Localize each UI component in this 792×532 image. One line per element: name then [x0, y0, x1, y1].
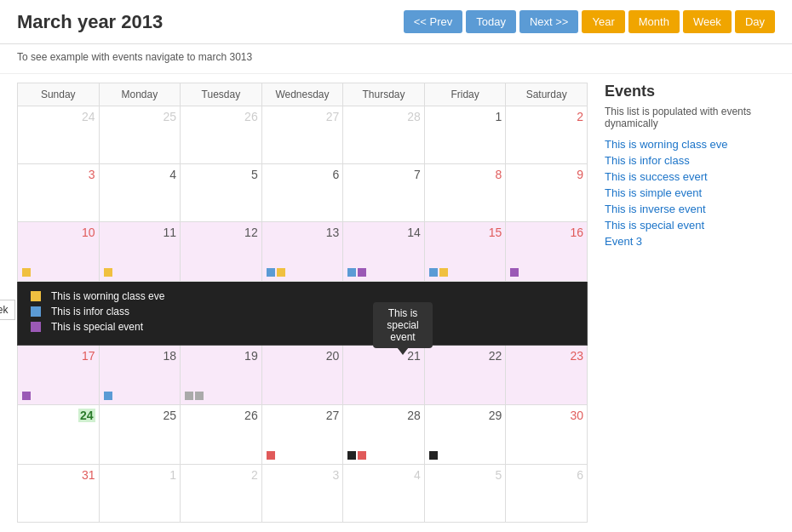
day-number: 17	[21, 349, 95, 363]
expanded-event-item: This is worning class eve	[31, 290, 574, 302]
sidebar-description: This list is populated with events dynam…	[605, 106, 775, 129]
calendar-day-cell[interactable]: 24	[18, 106, 100, 164]
day-number: 9	[509, 168, 583, 181]
day-number: 25	[103, 409, 177, 422]
sidebar-event-link[interactable]: This is inverse event	[605, 203, 775, 215]
day-number: 12	[184, 226, 258, 239]
calendar-day-cell[interactable]: 25	[99, 106, 181, 164]
calendar-day-cell[interactable]: 5	[181, 164, 262, 222]
event-dot	[510, 268, 519, 277]
calendar-day-cell[interactable]: 7	[343, 164, 425, 222]
calendar-day-cell[interactable]: 25	[99, 405, 181, 465]
day-number: 5	[428, 468, 502, 482]
calendar-day-cell[interactable]: 2	[181, 465, 262, 523]
calendar-day-cell[interactable]: 9	[506, 164, 588, 222]
year-view-button[interactable]: Year	[582, 10, 624, 33]
day-number: 23	[509, 349, 583, 363]
calendar-day-cell[interactable]: 2	[506, 106, 588, 164]
day-number: 1	[103, 468, 177, 482]
calendar-day-cell[interactable]: 5	[424, 465, 506, 523]
calendar-day-cell[interactable]: 15	[424, 222, 506, 282]
calendar-day-cell[interactable]: 1	[99, 465, 181, 523]
calendar-week-row: 17181920212223	[18, 346, 588, 405]
today-button[interactable]: Today	[466, 10, 516, 33]
day-number: 24	[78, 409, 95, 422]
calendar-day-cell[interactable]: 17	[18, 346, 100, 405]
calendar-day-cell[interactable]: 20	[261, 346, 343, 405]
day-number: 16	[509, 226, 583, 239]
event-dots-container	[428, 448, 502, 460]
sidebar-event-link[interactable]: This is simple event	[605, 186, 775, 199]
calendar-day-cell[interactable]: 30	[506, 405, 588, 465]
event-dot	[267, 451, 275, 460]
event-dots-container	[184, 388, 258, 401]
calendar-day-cell[interactable]: 23	[506, 346, 588, 405]
day-number: 22	[428, 349, 502, 363]
day-number: 3	[21, 168, 95, 181]
week-label: Week	[0, 300, 15, 320]
calendar-day-cell[interactable]: 14	[343, 222, 425, 282]
day-number: 4	[347, 468, 421, 482]
calendar-day-cell[interactable]: 16	[506, 222, 588, 282]
month-view-button[interactable]: Month	[628, 10, 680, 33]
calendar-day-cell[interactable]: 28	[343, 405, 425, 465]
sidebar-event-link[interactable]: Event 3	[605, 235, 775, 248]
day-number: 5	[184, 168, 258, 181]
day-number: 2	[509, 110, 583, 123]
calendar-table: Sunday Monday Tuesday Wednesday Thursday…	[17, 83, 588, 523]
calendar-day-cell[interactable]: 24	[18, 405, 100, 465]
event-dots-container	[266, 448, 340, 460]
event-dot	[358, 268, 366, 277]
calendar-day-cell[interactable]: 18	[99, 346, 181, 405]
next-button[interactable]: Next >>	[519, 10, 579, 33]
event-dots-container	[347, 265, 421, 277]
calendar-day-cell[interactable]: 31	[18, 465, 100, 523]
calendar-day-cell[interactable]: 1	[424, 106, 506, 164]
calendar-day-cell[interactable]: 26	[181, 405, 262, 465]
calendar-day-cell[interactable]: 13	[261, 222, 343, 282]
day-number: 29	[428, 409, 502, 422]
sidebar-event-link[interactable]: This is worning class eve	[605, 138, 775, 151]
calendar-day-cell[interactable]: 3	[261, 465, 343, 523]
event-dot	[429, 451, 438, 460]
calendar-week-row: 10111213141516	[18, 222, 588, 282]
calendar-day-cell[interactable]: 6	[506, 465, 588, 523]
main-content: Week Sunday Monday Tuesday Wednesday Thu…	[0, 74, 792, 531]
col-thursday: Thursday	[343, 83, 425, 106]
day-view-button[interactable]: Day	[735, 10, 775, 33]
day-number: 10	[21, 226, 95, 239]
prev-button[interactable]: << Prev	[404, 10, 463, 33]
calendar-day-cell[interactable]: 6	[261, 164, 343, 222]
day-number: 2	[184, 468, 258, 482]
event-dot	[185, 392, 193, 400]
sidebar-event-link[interactable]: This is success evert	[605, 170, 775, 183]
event-dots-container	[428, 265, 502, 277]
expanded-event-item: This is special event	[31, 321, 574, 333]
calendar-day-cell[interactable]: 12	[181, 222, 262, 282]
page-title: March year 2013	[17, 11, 404, 33]
day-number: 26	[184, 409, 258, 422]
calendar-day-cell[interactable]: 19	[181, 346, 262, 405]
col-wednesday: Wednesday	[261, 83, 343, 106]
calendar-day-cell[interactable]: 22	[424, 346, 506, 405]
calendar-day-cell[interactable]: 29	[424, 405, 506, 465]
week-view-button[interactable]: Week	[683, 10, 732, 33]
calendar-day-cell[interactable]: 27	[261, 106, 343, 164]
day-number: 8	[428, 168, 502, 181]
calendar-day-cell[interactable]: 26	[181, 106, 262, 164]
calendar-day-cell[interactable]: 4	[343, 465, 425, 523]
day-number: 6	[266, 168, 340, 181]
event-dots-container	[266, 265, 340, 277]
day-number: 1	[428, 110, 502, 123]
calendar-day-cell[interactable]: 8	[424, 164, 506, 222]
calendar-day-cell[interactable]: 27	[261, 405, 343, 465]
calendar-day-cell[interactable]: 28	[343, 106, 425, 164]
calendar-day-cell[interactable]: 3	[18, 164, 100, 222]
sidebar-event-link[interactable]: This is infor class	[605, 154, 775, 167]
expanded-event-row: This is worning class eveThis is infor c…	[18, 282, 588, 346]
sidebar-event-link[interactable]: This is special event	[605, 219, 775, 232]
calendar-day-cell[interactable]: 21	[343, 346, 425, 405]
calendar-day-cell[interactable]: 10	[18, 222, 100, 282]
calendar-day-cell[interactable]: 11	[99, 222, 181, 282]
calendar-day-cell[interactable]: 4	[99, 164, 181, 222]
